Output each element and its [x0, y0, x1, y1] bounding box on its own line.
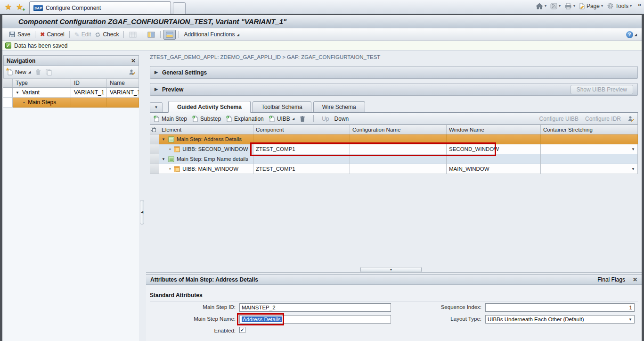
- section-general-settings[interactable]: ▶ General Settings: [150, 66, 638, 79]
- delete-element-button[interactable]: [300, 116, 305, 122]
- check-button[interactable]: Check: [93, 30, 121, 39]
- browser-tab[interactable]: SAP Configure Component: [29, 1, 171, 14]
- copy-button[interactable]: [46, 69, 52, 75]
- nav-row-main-steps[interactable]: ▪Main Steps: [3, 98, 139, 108]
- vertical-split-icon: [147, 32, 155, 38]
- dropdown-arrow-icon[interactable]: ▼: [631, 147, 635, 151]
- add-favorite-icon[interactable]: ★+: [16, 2, 23, 12]
- additional-functions-button[interactable]: Additional Functions ◢: [182, 30, 241, 39]
- main-step-name-label: Main Step Name:: [146, 316, 236, 322]
- cancel-button[interactable]: ✖ Cancel: [38, 30, 66, 39]
- frame-border-right: [642, 14, 644, 341]
- additional-functions-label: Additional Functions: [184, 31, 235, 38]
- section-divider: [150, 301, 638, 301]
- add-substep-button[interactable]: Substep: [192, 116, 221, 122]
- tab-guided-activity-schema[interactable]: Guided Activity Schema: [168, 101, 251, 113]
- check-refresh-icon: [95, 32, 101, 38]
- layout-grid-button[interactable]: [127, 30, 139, 40]
- new-button[interactable]: ★ New ◢: [7, 69, 31, 75]
- main-step-name-input[interactable]: Address Details: [239, 315, 391, 324]
- table-row-main-step-address[interactable]: ▼ Main Step: Address Details: [150, 134, 638, 144]
- feeds-button[interactable]: ▾: [550, 3, 561, 9]
- help-button[interactable]: ? ◢: [626, 31, 637, 38]
- row-selector[interactable]: [150, 164, 159, 174]
- configure-idr-button[interactable]: Configure IDR: [585, 116, 621, 122]
- cell-configuration-name: [350, 164, 447, 174]
- expand-triangle-icon[interactable]: ▼: [162, 137, 165, 141]
- horizontal-splitter-handle[interactable]: ▼: [360, 267, 422, 272]
- attributes-close-button[interactable]: ✕: [633, 276, 637, 283]
- enabled-checkbox[interactable]: ✓: [239, 327, 245, 333]
- page-menu[interactable]: Page ▾: [579, 3, 603, 9]
- table-row-uibb-main-window[interactable]: ▪ UIBB: MAIN_WINDOW ZTEST_COMP1 MAIN_WIN…: [150, 164, 638, 174]
- browser-command-bar: ▾ ▾ ▾ Page ▾ Tools ▾: [536, 2, 632, 9]
- save-button[interactable]: Save: [7, 30, 32, 39]
- navigation-close-button[interactable]: ✕: [131, 58, 136, 64]
- main-step-id-input[interactable]: [239, 303, 391, 312]
- final-flags-button[interactable]: Final Flags: [597, 276, 625, 283]
- new-tab-button[interactable]: [173, 2, 186, 14]
- grid-layout-icon: [129, 32, 137, 38]
- layout-type-value: UIBBs Underneath Each Other (Default): [488, 316, 584, 322]
- panel-splitter-handle[interactable]: ◀: [140, 200, 144, 225]
- expand-triangle-icon[interactable]: ▼: [162, 157, 165, 161]
- dropdown-arrow-icon[interactable]: ▼: [631, 167, 635, 171]
- navigation-panel-header: Navigation ✕: [3, 55, 139, 66]
- column-window-name: Window Name: [447, 125, 541, 134]
- tab-overview-dropdown[interactable]: ▼: [150, 102, 163, 112]
- status-message: Data has been saved: [14, 42, 67, 49]
- move-up-button[interactable]: Up: [322, 116, 329, 122]
- row-selector[interactable]: [150, 154, 159, 164]
- app-title-bar: Component Configuration ZGAF_CONFIGURTAI…: [2, 15, 642, 28]
- row-selector[interactable]: [3, 98, 13, 108]
- breadcrumb[interactable]: ZTEST_GAF_DEMO_APPL: ZDEMO_GAF_APPLI_ID …: [150, 54, 380, 60]
- personalize-schema-button[interactable]: [628, 116, 634, 122]
- row-selector[interactable]: [150, 134, 159, 144]
- print-button[interactable]: ▾: [564, 3, 575, 9]
- cell-configuration-name: [350, 154, 447, 164]
- cell-window-name: SECOND_WINDOW: [447, 144, 541, 154]
- status-bar: ✓ Data has been saved: [2, 41, 642, 50]
- enabled-label: Enabled:: [146, 328, 236, 333]
- add-main-step-button[interactable]: Main Step: [154, 116, 187, 122]
- cell-container-stretching: ▼: [541, 164, 638, 174]
- configure-uibb-button[interactable]: Configure UIBB: [539, 116, 579, 122]
- navigation-panel: Navigation ✕ ★ New ◢ T: [3, 55, 139, 341]
- move-down-button[interactable]: Down: [334, 116, 349, 122]
- horizontal-split-button[interactable]: [163, 30, 176, 40]
- edit-button[interactable]: ✎ Edit: [73, 30, 93, 39]
- collapse-triangle-icon: ▶: [155, 70, 158, 75]
- general-settings-label: General Settings: [162, 69, 207, 76]
- section-preview[interactable]: ▶ Preview Show UIBB Preview: [150, 83, 638, 96]
- navigation-title: Navigation: [7, 58, 35, 64]
- show-uibb-preview-button[interactable]: Show UIBB Preview: [571, 85, 633, 94]
- tools-menu-label: Tools: [615, 3, 628, 9]
- schema-toolbar-right: Configure UIBB Configure IDR: [539, 116, 634, 122]
- tab-wire-schema[interactable]: Wire Schema: [313, 101, 365, 112]
- favorites-star-icon[interactable]: ★: [5, 2, 12, 12]
- checkbox-check-icon: ✓: [240, 327, 244, 333]
- vertical-split-button[interactable]: [145, 30, 157, 40]
- add-explanation-button[interactable]: Explanation: [226, 116, 264, 122]
- sequence-index-input[interactable]: [485, 303, 635, 312]
- toolbar-overflow-button[interactable]: »: [638, 1, 641, 8]
- delete-button[interactable]: [35, 69, 41, 75]
- dropdown-arrow-icon: ▼: [155, 106, 158, 109]
- table-row-uibb-second-window[interactable]: ▪ UIBB: SECOND_WINDOW ZTEST_COMP1 SECOND…: [150, 144, 638, 154]
- select-all-cell[interactable]: [150, 125, 159, 134]
- table-row-main-step-emp-name[interactable]: ▼ Main Step: Emp Name details: [150, 154, 638, 164]
- layout-type-select[interactable]: UIBBs Underneath Each Other (Default) ▼: [485, 315, 635, 324]
- home-button[interactable]: ▾: [536, 3, 546, 9]
- tab-toolbar-schema[interactable]: Toolbar Schema: [253, 101, 311, 112]
- row-selector[interactable]: [3, 88, 13, 98]
- tools-menu[interactable]: Tools ▾: [607, 2, 632, 9]
- cell-window-name: [447, 134, 541, 144]
- personalize-button[interactable]: [129, 69, 135, 75]
- expand-triangle-icon[interactable]: ▼: [16, 91, 19, 95]
- save-icon: [9, 31, 16, 38]
- row-selector[interactable]: [150, 144, 159, 154]
- success-check-icon: ✓: [5, 42, 11, 49]
- page-icon: [579, 3, 585, 9]
- add-uibb-button[interactable]: UIBB ◢: [269, 116, 294, 122]
- nav-row-variant[interactable]: ▼Variant VARIANT_1 VARIANT_1: [3, 88, 139, 98]
